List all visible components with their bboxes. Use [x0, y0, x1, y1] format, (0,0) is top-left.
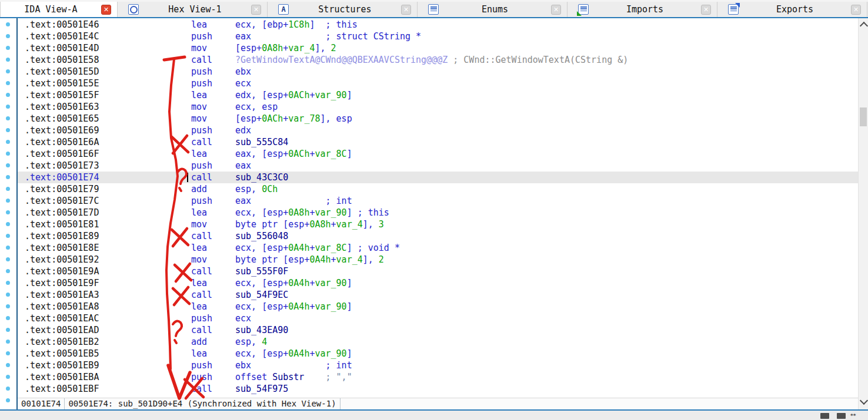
asm-line[interactable]: .text:00501E58call?GetWindowTextA@CWnd@@…: [18, 54, 858, 66]
asm-line[interactable]: .text:00501E9Fleaecx, [esp+0A4h+var_90]: [18, 277, 858, 289]
tab-close-icon[interactable]: ✕: [551, 5, 561, 15]
asm-operand-segment: ]: [347, 348, 352, 359]
asm-mnemonic: call: [191, 54, 235, 66]
asm-operand-segment: 0A4h: [288, 243, 309, 253]
asm-operand-segment: ]: [309, 19, 325, 30]
asm-line[interactable]: .text:00501EA3callsub_54F9EC: [18, 289, 858, 301]
asm-mnemonic: mov: [191, 254, 235, 266]
asm-line[interactable]: .text:00501EBApushoffset Substr ; ",": [18, 371, 858, 383]
disassembly-listing: .text:00501E46leaecx, [ebp+1C8h] ; this.…: [18, 19, 858, 398]
asm-operand-segment: 0A4h: [288, 348, 309, 359]
tab-imports[interactable]: Imports✕: [567, 2, 717, 17]
asm-operand-segment: ecx: [235, 78, 251, 89]
asm-operand-segment: ], esp: [321, 113, 352, 124]
asm-address: .text:00501E58: [25, 54, 191, 66]
asm-operand-segment: var_4: [288, 43, 315, 53]
tab-close-icon[interactable]: ✕: [401, 5, 411, 15]
tab-hex-view-1[interactable]: Hex View-1✕: [118, 2, 268, 17]
asm-operand-segment: ebx: [235, 360, 251, 371]
asm-line[interactable]: .text:00501E5Fleaedx, [esp+0ACh+var_90]: [18, 89, 858, 101]
tab-close-icon[interactable]: ✕: [701, 5, 711, 15]
asm-address: .text:00501E81: [25, 219, 191, 230]
asm-operand-segment: ; int: [326, 196, 352, 206]
asm-line[interactable]: .text:00501E8Eleaecx, [esp+0A4h+var_8C] …: [18, 242, 858, 254]
tab-close-icon[interactable]: ✕: [101, 5, 111, 15]
asm-line[interactable]: .text:00501E65mov[esp+0ACh+var_78], esp: [18, 113, 858, 125]
exports-icon: [728, 4, 739, 15]
asm-mnemonic: push: [191, 160, 235, 172]
asm-operand-segment: 0A8h: [262, 43, 283, 53]
asm-line[interactable]: .text:00501E74callsub_43C3C0: [18, 172, 858, 183]
line-marker-dot: [6, 210, 10, 214]
tab-label: Hex View-1: [139, 2, 251, 17]
asm-address: .text:00501EAC: [25, 313, 191, 324]
tab-ida-view-a[interactable]: IDA View-A✕: [0, 2, 118, 17]
asm-line[interactable]: .text:00501E6Acallsub_555C84: [18, 136, 858, 148]
asm-line[interactable]: .text:00501EB2addesp, 4: [18, 336, 858, 348]
asm-operand-segment: ],: [363, 219, 379, 230]
tab-enums[interactable]: Enums✕: [418, 2, 567, 17]
status-bar: 00101E74 00501E74: sub_501D90+E4 (Synchr…: [18, 398, 858, 409]
asm-line[interactable]: .text:00501E7Cpusheax ; int: [18, 195, 858, 207]
asm-operand-segment: 0ACh: [262, 113, 283, 124]
asm-line[interactable]: .text:00501E5Epushecx: [18, 78, 858, 89]
asm-operand-segment: ecx, [esp+: [235, 243, 288, 253]
asm-mnemonic: lea: [191, 277, 235, 289]
asm-line[interactable]: .text:00501EB5leaecx, [esp+0A4h+var_90]: [18, 348, 858, 359]
asm-line[interactable]: .text:00501E89callsub_556048: [18, 230, 858, 242]
asm-operand-segment: sub_54F9EC: [235, 290, 288, 300]
asm-mnemonic: mov: [191, 101, 235, 113]
tab-close-icon[interactable]: ✕: [251, 5, 261, 15]
vertical-scrollbar[interactable]: [858, 18, 868, 409]
line-marker-dot: [6, 387, 10, 391]
asm-line[interactable]: .text:00501E92movbyte ptr [esp+0A4h+var_…: [18, 254, 858, 266]
tab-structures[interactable]: AStructures✕: [268, 2, 418, 17]
asm-line[interactable]: .text:00501E63movecx, esp: [18, 101, 858, 113]
asm-address: .text:00501E9F: [25, 277, 191, 289]
scroll-down-icon[interactable]: [860, 397, 868, 405]
asm-line[interactable]: .text:00501EBFcallsub_54F975: [18, 383, 858, 395]
line-marker-dot: [6, 316, 10, 320]
scrollbar-thumb[interactable]: [860, 107, 867, 126]
structures-icon: A: [278, 4, 289, 15]
asm-line[interactable]: .text:00501EA8leaecx, [esp+0A4h+var_90]: [18, 301, 858, 313]
scroll-up-icon[interactable]: [860, 22, 868, 30]
asm-line[interactable]: .text:00501E69pushedx: [18, 125, 858, 136]
asm-line[interactable]: .text:00501EB9pushebx ; int: [18, 359, 858, 371]
asm-mnemonic: push: [191, 313, 235, 324]
asm-line[interactable]: .text:00501E4Dmov[esp+0A8h+var_4], 2: [18, 42, 858, 54]
asm-operand-segment: [304, 372, 325, 382]
asm-line[interactable]: .text:00501E6Fleaeax, [esp+0ACh+var_8C]: [18, 148, 858, 160]
asm-operand-segment: ; int: [326, 360, 352, 371]
asm-line[interactable]: .text:00501E9Acallsub_555F0F: [18, 266, 858, 277]
tab-label: Enums: [439, 2, 551, 17]
asm-line[interactable]: .text:00501E46leaecx, [ebp+1C8h] ; this: [18, 19, 858, 31]
asm-mnemonic: mov: [191, 42, 235, 54]
asm-address: .text:00501E6A: [25, 136, 191, 148]
asm-address: .text:00501E7C: [25, 195, 191, 207]
tab-exports[interactable]: Exports✕: [717, 2, 867, 17]
asm-line[interactable]: .text:00501E5Dpushebx: [18, 66, 858, 78]
tab-close-icon[interactable]: ✕: [851, 5, 861, 15]
asm-mnemonic: push: [191, 371, 235, 383]
line-marker-dot: [6, 152, 10, 156]
asm-line[interactable]: .text:00501E7Dleaecx, [esp+0A8h+var_90] …: [18, 207, 858, 219]
line-marker-dot: [6, 257, 10, 261]
asm-operand-segment: offset: [235, 372, 272, 382]
asm-operand-segment: var_90: [315, 207, 346, 218]
asm-line[interactable]: .text:00501E73pusheax: [18, 160, 858, 172]
asm-operand-segment: edx: [235, 125, 251, 136]
line-marker-dot: [6, 363, 10, 367]
line-marker-dot: [6, 269, 10, 273]
asm-mnemonic: mov: [191, 113, 235, 125]
asm-operand-segment: sub_555C84: [235, 137, 288, 147]
line-marker-dot: [6, 293, 10, 297]
asm-line[interactable]: .text:00501EADcallsub_43EA90: [18, 324, 858, 336]
asm-line[interactable]: .text:00501E4Cpusheax ; struct CString *: [18, 31, 858, 42]
asm-line[interactable]: .text:00501E81movbyte ptr [esp+0A8h+var_…: [18, 219, 858, 230]
asm-line[interactable]: .text:00501EACpushecx: [18, 313, 858, 324]
asm-operand-segment: ecx, [esp+: [235, 207, 288, 218]
asm-address: .text:00501E79: [25, 183, 191, 195]
asm-operand-segment: eax: [235, 196, 251, 206]
asm-line[interactable]: .text:00501E79addesp, 0Ch: [18, 183, 858, 195]
